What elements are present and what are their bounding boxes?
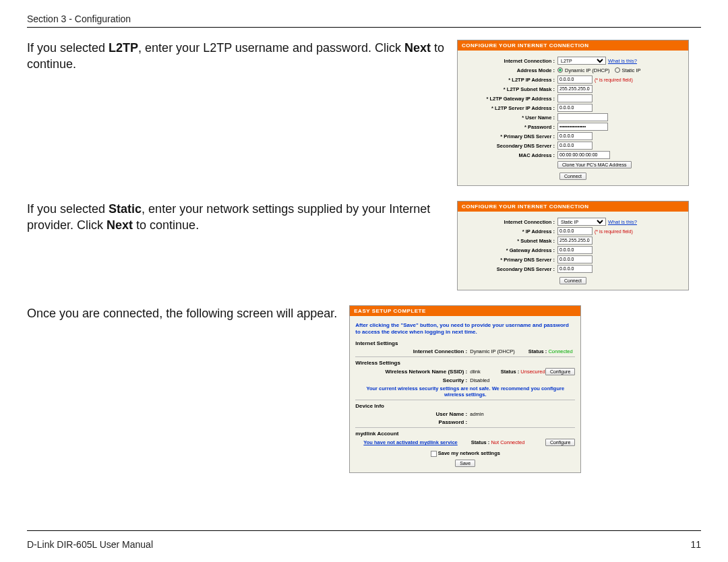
label-primary-dns: * Primary DNS Server : [463, 257, 557, 263]
panel-title: EASY SETUP COMPLETE [350, 306, 580, 316]
row-static: If you selected Static, enter your netwo… [27, 201, 701, 290]
header-rule [27, 27, 701, 28]
connect-button[interactable]: Connect [559, 277, 586, 284]
label-ip-address: * IP Address : [463, 228, 557, 235]
internet-connection-select[interactable]: Static IP [557, 218, 606, 226]
instruction-complete: Once you are connected, the following sc… [27, 305, 337, 321]
label-secondary-dns: Secondary DNS Server : [463, 266, 557, 272]
panel-title: CONFIGURE YOUR INTERNET CONNECTION [458, 201, 688, 212]
internet-connection-select[interactable]: L2TP [557, 57, 606, 65]
mac-input[interactable] [557, 151, 610, 159]
required-note: (* is required field) [595, 229, 633, 234]
text: If you selected [27, 41, 109, 55]
gateway-input[interactable] [557, 246, 593, 254]
label-password: * Password : [463, 124, 557, 130]
label-username: * User Name : [463, 115, 557, 121]
footer-rule [27, 530, 701, 531]
ip-input[interactable] [557, 227, 593, 235]
status-unsecured: Unsecured [520, 369, 545, 375]
row-l2tp: If you selected L2TP, enter your L2TP us… [27, 40, 701, 186]
l2tp-ip-input[interactable] [557, 75, 593, 84]
section-wireless-settings: Wireless Settings [355, 360, 575, 366]
label-status: Status : [528, 348, 547, 354]
label-user-name: User Name : [355, 411, 470, 417]
label-l2tp-ip: * L2TP IP Address : [463, 77, 557, 83]
bold-next: Next [404, 41, 431, 55]
subnet-input[interactable] [557, 237, 593, 245]
label-internet-connection: Internet Connection : [355, 348, 470, 354]
primary-dns-input[interactable] [557, 255, 593, 263]
label-status: Status : [501, 369, 520, 375]
primary-dns-input[interactable] [557, 132, 593, 140]
radio-label-dynamic: Dynamic IP (DHCP) [565, 67, 610, 73]
footer-manual-name: D-Link DIR-605L User Manual [27, 539, 153, 550]
radio-label-static: Static IP [622, 67, 641, 73]
bold-l2tp: L2TP [109, 41, 138, 55]
value-user-name: admin [470, 411, 483, 417]
save-note: After clicking the "Save" button, you ne… [355, 321, 575, 338]
bold-next: Next [107, 218, 133, 232]
mydlink-not-activated[interactable]: You have not activated mydlink service [363, 439, 458, 445]
secondary-dns-input[interactable] [557, 142, 593, 150]
radio-dynamic-ip[interactable] [557, 67, 563, 73]
clone-mac-button[interactable]: Clone Your PC's MAC Address [557, 161, 632, 168]
value-ssid: dlink [470, 369, 480, 375]
label-l2tp-server: * L2TP Server IP Address : [463, 105, 557, 111]
label-subnet: * Subnet Mask : [463, 238, 557, 244]
label-ssid: Wireless Network Name (SSID) : [355, 369, 470, 375]
label-primary-dns: * Primary DNS Server : [463, 133, 557, 139]
instruction-l2tp: If you selected L2TP, enter your L2TP us… [27, 40, 445, 73]
what-is-this-link[interactable]: What is this? [608, 58, 637, 64]
what-is-this-link[interactable]: What is this? [608, 219, 637, 225]
label-l2tp-gateway: * L2TP Gateway IP Address : [463, 96, 557, 102]
username-input[interactable] [557, 113, 608, 121]
save-button[interactable]: Save [455, 460, 475, 467]
value-internet-connection: Dynamic IP (DHCP) [470, 348, 515, 354]
text: If you selected [27, 202, 109, 216]
label-secondary-dns: Secondary DNS Server : [463, 143, 557, 149]
label-status: Status : [471, 439, 490, 445]
section-internet-settings: Internet Settings [355, 340, 575, 346]
bold-static: Static [109, 202, 142, 216]
l2tp-gateway-input[interactable] [557, 94, 593, 102]
l2tp-subnet-input[interactable] [557, 85, 593, 93]
panel-title: CONFIGURE YOUR INTERNET CONNECTION [458, 40, 688, 51]
wireless-warning: Your current wireless security settings … [359, 385, 571, 398]
label-mac: MAC Address : [463, 152, 557, 158]
required-note: (* is required field) [595, 77, 633, 82]
label-password: Password : [355, 419, 470, 425]
instruction-static: If you selected Static, enter your netwo… [27, 201, 445, 234]
radio-static-ip[interactable] [615, 67, 620, 73]
save-settings-label: Save my network settings [438, 450, 500, 456]
save-settings-checkbox[interactable] [431, 451, 437, 457]
secondary-dns-input[interactable] [557, 265, 593, 273]
password-input[interactable] [557, 123, 608, 131]
status-connected: Connected [548, 348, 572, 354]
status-not-connected: Not Connected [491, 439, 524, 445]
label-gateway: * Gateway Address : [463, 247, 557, 253]
label-internet-connection: Internet Connection : [463, 219, 557, 225]
label-internet-connection: Internet Connection : [463, 58, 557, 64]
panel-l2tp-config: CONFIGURE YOUR INTERNET CONNECTION Inter… [457, 40, 689, 186]
panel-static-config: CONFIGURE YOUR INTERNET CONNECTION Inter… [457, 201, 689, 290]
section-mydlink: mydlink Account [355, 431, 575, 437]
configure-mydlink-button[interactable]: Configure [545, 439, 575, 446]
footer-page-number: 11 [690, 539, 701, 550]
label-l2tp-subnet: * L2TP Subnet Mask : [463, 86, 557, 92]
panel-easy-setup-complete: EASY SETUP COMPLETE After clicking the "… [349, 305, 581, 473]
value-security: Disabled [470, 377, 489, 383]
row-complete: Once you are connected, the following sc… [27, 305, 701, 473]
connect-button[interactable]: Connect [559, 173, 586, 180]
section-header: Section 3 - Configuration [27, 13, 701, 24]
l2tp-server-input[interactable] [557, 104, 593, 112]
section-device-info: Device Info [355, 403, 575, 409]
label-address-mode: Address Mode : [463, 67, 557, 73]
configure-wireless-button[interactable]: Configure [545, 368, 575, 375]
text: to continue. [133, 218, 199, 232]
label-security: Security : [355, 377, 470, 383]
text: , enter your L2TP username and password.… [138, 41, 404, 55]
